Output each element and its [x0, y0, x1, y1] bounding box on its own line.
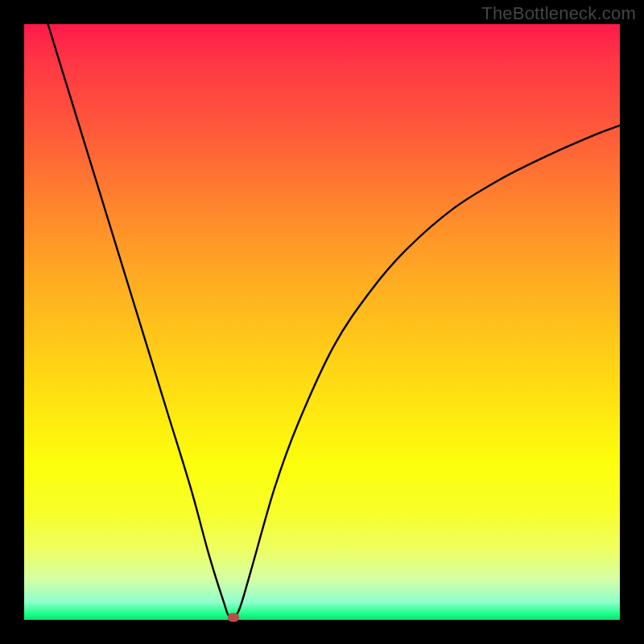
curve-path [48, 24, 620, 617]
chart-frame: TheBottleneck.com [0, 0, 644, 644]
optimal-marker [228, 613, 239, 622]
plot-area [24, 24, 620, 620]
bottleneck-curve [24, 24, 620, 620]
watermark-text: TheBottleneck.com [481, 3, 636, 24]
